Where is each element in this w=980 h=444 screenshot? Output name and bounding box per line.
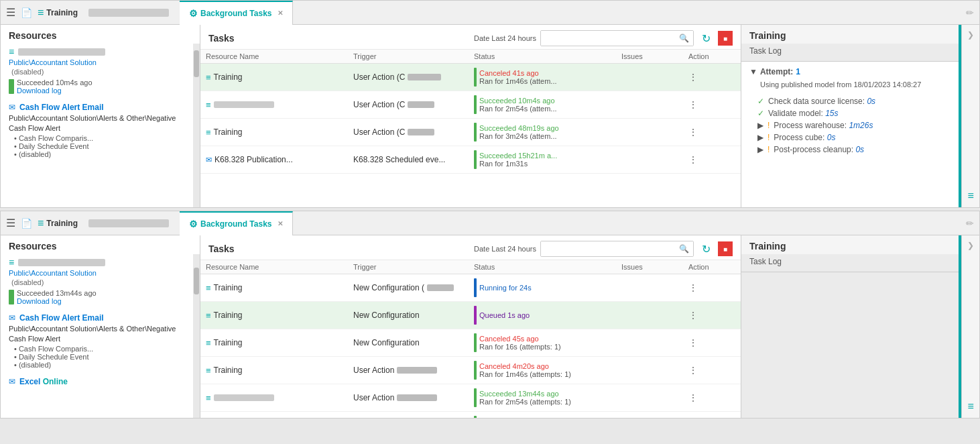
scrollbar-track-2[interactable] xyxy=(193,254,200,418)
cell-status-2-5: Succeeded 13m44s ago Ran for 2m54s (atte… xyxy=(474,388,621,407)
stop-button-1[interactable]: ■ xyxy=(718,31,733,46)
status-text-wrapper-1-4: Succeeded 15h21m a... Ran for 1m31s xyxy=(479,152,557,168)
tasks-panel-1: Tasks Date Last 24 hours 🔍 ↻ ■ Resource … xyxy=(200,25,741,207)
tasks-panel-2: Tasks Date Last 24 hours 🔍 ↻ ■ Resource … xyxy=(200,235,741,418)
resource-icon-row-2-1: ≡ xyxy=(9,257,185,268)
resource-name-2-4: Training xyxy=(214,366,243,375)
search-input-2[interactable] xyxy=(541,241,675,256)
three-dots-2-5[interactable]: ⋮ xyxy=(688,392,698,403)
three-dots-1-1[interactable]: ⋮ xyxy=(688,72,698,82)
table-row-1-2[interactable]: ≡ User Action (C Succeeded 10m4s ago Ran… xyxy=(200,91,741,119)
resources-content-2: ≡ Public\Accountant Solution (disabled) … xyxy=(1,254,193,418)
refresh-button-1[interactable]: ↻ xyxy=(698,30,714,46)
status-line1-2-2: Queued 1s ago xyxy=(479,311,530,319)
hamburger-icon-2[interactable]: ☰ xyxy=(6,217,15,229)
doc-icon-2[interactable]: 📄 xyxy=(21,218,32,229)
tab-close-1[interactable]: ✕ xyxy=(278,9,283,17)
layers-icon-row-2-3: ≡ xyxy=(206,338,211,348)
search-button-2[interactable]: 🔍 xyxy=(675,241,693,256)
layers-icon-resource-2-1: ≡ xyxy=(9,257,14,268)
table-row-2-4[interactable]: ≡ Training User Action Canceled 4m20s ag… xyxy=(200,357,741,384)
table-row-2-3[interactable]: ≡ Training New Configuration Canceled 45… xyxy=(200,329,741,357)
cash-flow-title-2[interactable]: Cash Flow Alert Email xyxy=(19,313,104,323)
pencil-icon-2[interactable]: ✏ xyxy=(966,218,974,229)
status-bar-2-1 xyxy=(474,278,477,297)
three-dots-2-3[interactable]: ⋮ xyxy=(688,337,698,348)
tab-close-2[interactable]: ✕ xyxy=(278,220,283,227)
panel-1: ☰ 📄 ≡ Training ⚙ Background Tasks ✕ ✏ Re… xyxy=(0,0,980,208)
expand-arrow-1[interactable]: ▼ xyxy=(749,67,757,76)
download-link-2-1[interactable]: Download log xyxy=(17,297,97,305)
status-line2-1-1: Ran for 1m46s (attem... xyxy=(479,77,557,85)
search-button-1[interactable]: 🔍 xyxy=(675,31,693,46)
resources-outer-1: ≡ Public\Accountant Solution (disabled) … xyxy=(1,44,200,207)
doc-icon-1[interactable]: 📄 xyxy=(21,7,32,18)
stop-button-2[interactable]: ■ xyxy=(718,241,733,256)
table-row-2-1[interactable]: ≡ Training New Configuration ( Running f… xyxy=(200,274,741,302)
status-text-1: Succeeded 10m4s ago xyxy=(17,78,93,87)
right-panel-title-1: Training xyxy=(741,25,959,44)
table-row-1-4[interactable]: ✉ K68.328 Publication... K68.328 Schedul… xyxy=(200,146,741,174)
background-tasks-tab-1[interactable]: ⚙ Background Tasks ✕ xyxy=(180,1,292,25)
table-row-2-5[interactable]: ≡ User Action Succeeded 13m44s ago Ran f… xyxy=(200,384,741,412)
three-dots-2-1[interactable]: ⋮ xyxy=(688,282,698,293)
chevron-right-icon-2[interactable]: ❯ xyxy=(967,241,974,250)
right-panel-wrapper-1: Training Task Log ▼ Attempt: 1 Using pub… xyxy=(741,25,979,207)
status-bar-1-4 xyxy=(474,150,477,169)
bullet-2-2: Daily Schedule Event xyxy=(14,353,185,361)
resources-outer-2: ≡ Public\Accountant Solution (disabled) … xyxy=(1,254,200,418)
resource-status-1: Succeeded 10m4s ago Download log xyxy=(9,78,185,95)
layers-icon-row-2-5: ≡ xyxy=(206,393,211,403)
status-line1-2-4: Canceled 4m20s ago xyxy=(479,362,571,370)
topbar-left-1: ☰ 📄 ≡ Training xyxy=(6,6,169,19)
col-trigger-1: Trigger xyxy=(353,52,474,60)
cash-flow-path-1: Public\Accountant Solution\Alerts & Othe… xyxy=(9,113,185,134)
search-input-1[interactable] xyxy=(541,31,675,46)
resource-path-2-1[interactable]: Public\Accountant Solution xyxy=(9,269,185,277)
status-line1-1-2: Succeeded 10m4s ago xyxy=(479,97,557,105)
layers-icon-row-2-4: ≡ xyxy=(206,366,211,376)
resource-name-1-1: Training xyxy=(214,72,243,82)
status-line2-1-3: Ran for 3m24s (attem... xyxy=(479,132,559,140)
cash-flow-title-1[interactable]: Cash Flow Alert Email xyxy=(19,103,104,112)
chevron-right-icon-1[interactable]: ❯ xyxy=(967,30,974,40)
blurred-tab-2[interactable] xyxy=(88,219,169,227)
status-text-wrapper-1-2: Succeeded 10m4s ago Ran for 2m54s (attem… xyxy=(479,97,557,113)
hamburger-icon-1[interactable]: ☰ xyxy=(6,6,15,19)
pencil-icon-1[interactable]: ✏ xyxy=(966,7,974,18)
scrollbar-track-1[interactable] xyxy=(193,44,200,207)
table-row-1-3[interactable]: ≡ Training User Action (C Succeeded 48m1… xyxy=(200,119,741,146)
blurred-tab-1[interactable] xyxy=(88,9,169,17)
status-line1-2-3: Canceled 45s ago xyxy=(479,335,561,343)
cell-resource-1-2: ≡ xyxy=(206,100,353,110)
status-dot-2-1 xyxy=(9,290,14,304)
right-panel-wrapper-2: Training Task Log ❯ ≡ xyxy=(741,235,979,418)
scrollbar-thumb-2[interactable] xyxy=(194,268,199,294)
trigger-blurred-1-3 xyxy=(408,129,434,135)
excel-title-2[interactable]: Excel Online xyxy=(19,377,68,386)
expand-icon-1-4[interactable]: ▶ xyxy=(757,133,763,142)
layers-icon-side-1: ≡ xyxy=(967,190,973,202)
download-link-1[interactable]: Download log xyxy=(17,87,93,95)
background-tasks-tab-2[interactable]: ⚙ Background Tasks ✕ xyxy=(180,211,292,235)
cell-resource-1-4: ✉ K68.328 Publication... xyxy=(206,155,353,164)
bullet-2-1: Cash Flow Comparis... xyxy=(14,345,185,353)
cell-action-1-4: ⋮ xyxy=(688,154,735,165)
three-dots-1-4[interactable]: ⋮ xyxy=(688,154,698,165)
refresh-button-2[interactable]: ↻ xyxy=(698,241,714,257)
three-dots-2-4[interactable]: ⋮ xyxy=(688,365,698,376)
task-log-content-2 xyxy=(741,272,959,418)
cell-status-2-4: Canceled 4m20s ago Ran for 1m46s (attemp… xyxy=(474,361,621,380)
three-dots-1-2[interactable]: ⋮ xyxy=(688,99,698,110)
expand-icon-1-5[interactable]: ▶ xyxy=(757,145,763,154)
scrollbar-thumb-1[interactable] xyxy=(194,50,199,77)
resource-path-1[interactable]: Public\Accountant Solution xyxy=(9,58,185,66)
three-dots-2-2[interactable]: ⋮ xyxy=(688,310,698,321)
three-dots-1-3[interactable]: ⋮ xyxy=(688,127,698,137)
expand-icon-1-3[interactable]: ▶ xyxy=(757,121,763,130)
table-row-2-2[interactable]: ≡ Training New Configuration Queued 1s a… xyxy=(200,302,741,329)
topbar-title-2: ≡ Training xyxy=(38,217,78,229)
table-row-2-6[interactable]: ≡ Training User Action Succeeded 51m58s … xyxy=(200,412,741,418)
log-text-1-3: Process warehouse: 1m26s xyxy=(774,121,873,130)
table-row-1-1[interactable]: ≡ Training User Action (C Canceled 41s a… xyxy=(200,64,741,91)
